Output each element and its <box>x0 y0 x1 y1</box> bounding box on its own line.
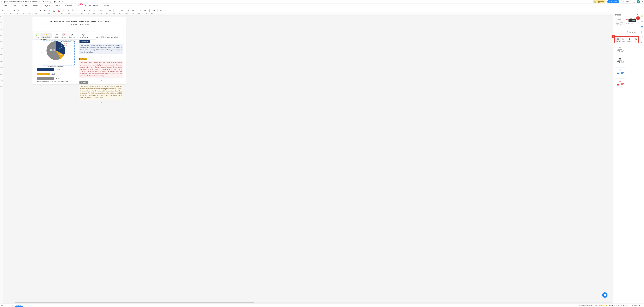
align-objects-icon[interactable]: ≣ <box>126 8 130 12</box>
line-style-icon[interactable]: ― <box>104 8 107 12</box>
theme-card[interactable] <box>615 78 625 87</box>
canvas-page[interactable]: GLOBAL BOX OFFICE RECORDS BEST MONTH IN … <box>32 17 126 84</box>
pie-chart[interactable]: Global Total GBO LOSS Total 41bn$ 32.7% … <box>37 36 75 62</box>
horizontal-scrollbar[interactable] <box>15 302 612 303</box>
share-button[interactable]: ∝ Share <box>621 0 631 3</box>
menu-select[interactable]: Select <box>22 5 27 7</box>
avatar-dropdown-icon[interactable]: ▾ <box>642 0 643 3</box>
menu-layout[interactable]: Layout <box>44 5 50 7</box>
back-icon[interactable]: ‹ <box>1 0 2 3</box>
font-family-dropdown[interactable]: ▾ <box>24 9 36 12</box>
page-selector[interactable]: Page-1 ▾ <box>4 304 11 306</box>
menu-plugin[interactable]: Plugin <box>104 5 109 7</box>
manage-data-button[interactable]: 📝Manage Data <box>40 33 52 38</box>
connector-icon[interactable]: ↴ <box>92 8 96 12</box>
shape-shadow-icon[interactable]: ▥ <box>120 8 124 12</box>
zoom-in-icon[interactable]: + <box>639 305 640 306</box>
menu-search-feature[interactable]: Search Feature <box>85 5 98 7</box>
layers-icon[interactable]: ▥ <box>640 19 644 23</box>
selection-handle[interactable] <box>101 102 102 103</box>
chart-data-tag-button[interactable]: ◔Data tag <box>68 33 76 38</box>
zoom-out-icon[interactable]: − <box>632 305 632 306</box>
upgrade-button[interactable]: 🛒 Upgrade <box>592 0 606 3</box>
tab-color[interactable]: ▤Color <box>620 37 626 42</box>
notes-icon[interactable]: 📄 <box>640 35 644 38</box>
chart-more-button[interactable]: ⋯ <box>90 33 94 38</box>
close-panel-icon[interactable]: ✕ <box>636 14 638 16</box>
distribute-icon[interactable]: ▦ <box>131 8 135 12</box>
fill-icon[interactable]: ◈ <box>82 8 86 12</box>
chart-type-button[interactable]: 📊Type <box>34 33 40 38</box>
shape-outline-icon[interactable]: ▢ <box>115 8 119 12</box>
menu-symbol[interactable]: Symbol <box>65 5 72 7</box>
avatar[interactable]: c <box>637 0 640 3</box>
arrow-style-icon[interactable]: ⇄ <box>108 8 112 12</box>
theme-grid-icon[interactable]: ▦ <box>640 25 644 28</box>
line-color-icon[interactable]: ✎ <box>87 8 91 12</box>
format-painter-icon[interactable]: 🖌 <box>17 8 20 12</box>
section-global[interactable]: Global The second highest contributor to… <box>79 81 123 103</box>
text-tool-icon[interactable]: T <box>78 8 82 12</box>
undo-icon[interactable]: ↶ <box>8 8 11 12</box>
font-color-icon[interactable]: A <box>57 8 61 12</box>
play-icon[interactable]: ▷ <box>620 304 622 306</box>
scrollbar-thumb[interactable] <box>15 302 254 303</box>
publish-button[interactable]: ✈ Publish <box>607 0 619 3</box>
layout-toggle-icon[interactable]: ▤ <box>1 304 3 306</box>
crop-icon[interactable]: ▤ <box>143 8 147 12</box>
italic-icon[interactable]: I <box>48 8 52 12</box>
current-theme-thumbnail[interactable]: texttexttexttext <box>615 18 625 26</box>
resize-handle[interactable] <box>41 40 42 41</box>
save-theme-label[interactable]: Save Th... <box>630 31 637 33</box>
menu-ai[interactable]: AIhot <box>78 5 79 7</box>
theme-list[interactable] <box>614 44 640 304</box>
line-weight-icon[interactable]: ─ <box>99 8 103 12</box>
menu-view[interactable]: View <box>56 5 60 7</box>
fullscreen-icon[interactable]: ⛶ <box>641 305 643 306</box>
effects-icon[interactable]: ✦ <box>138 8 142 12</box>
menu-insert[interactable]: Insert <box>33 5 38 7</box>
section-domestic[interactable]: Domestic The Domestic market continued t… <box>79 40 123 54</box>
save-icon[interactable]: 💾 <box>54 0 56 3</box>
focus-label[interactable]: Focus <box>623 305 627 306</box>
star-icon[interactable]: ☆ <box>62 0 64 3</box>
add-page-icon[interactable]: + <box>12 304 14 307</box>
resize-handle[interactable] <box>41 52 42 53</box>
image-icon[interactable]: 🖼 <box>159 8 163 12</box>
bold-icon[interactable]: B <box>43 8 47 12</box>
history-icon[interactable]: ↺ <box>640 41 644 44</box>
line-spacing-icon[interactable]: ⇅ <box>71 8 75 12</box>
help-icon[interactable]: ⓘ <box>633 0 635 3</box>
canvas-area[interactable]: -80-60-40-200204060801001201401601802002… <box>3 13 613 304</box>
chart-legend-button[interactable]: 📈Legend <box>60 33 68 38</box>
tab-connector[interactable]: ↴Conne... <box>626 37 632 42</box>
theme-card[interactable] <box>615 67 625 76</box>
chart-style-button[interactable]: ✏Style <box>54 33 60 38</box>
lock-icon[interactable]: 🔒 <box>148 8 151 12</box>
expand-link[interactable]: Expand <box>599 305 604 306</box>
theme-card[interactable] <box>615 45 625 54</box>
theme-card[interactable] <box>615 56 625 65</box>
selection-handle[interactable] <box>101 56 102 57</box>
tab-theme[interactable]: ▦Theme <box>615 37 620 42</box>
expand-toolbar-icon[interactable]: » <box>1 9 4 12</box>
selection-handle[interactable] <box>101 80 102 81</box>
chart-data-format-button[interactable]: </>Data Format <box>78 33 89 38</box>
open-external-icon[interactable]: ↗ <box>58 0 60 3</box>
layers-stack-icon[interactable]: ☷ <box>629 304 630 306</box>
text-style-icon[interactable]: T <box>62 8 66 12</box>
page-tab[interactable]: Page-1 <box>15 304 23 307</box>
presentation-icon[interactable]: ▯ <box>640 30 644 33</box>
zoom-level[interactable]: 77% <box>634 305 638 306</box>
font-size-dropdown[interactable]: ▾ <box>36 9 42 12</box>
align-icon[interactable]: ≡ <box>66 8 70 12</box>
resize-handle[interactable] <box>74 52 75 53</box>
menu-edit[interactable]: Edit <box>13 5 16 7</box>
resize-handle[interactable] <box>57 40 58 41</box>
tab-text[interactable]: AaText <box>632 37 638 42</box>
redo-icon[interactable]: ↷ <box>12 8 16 12</box>
bar-chart[interactable]: Global % GBO Cume 17bn$ 2bn$ 37bn$ <box>37 65 75 81</box>
underline-icon[interactable]: U <box>52 8 56 12</box>
ungroup-icon[interactable]: ✖ <box>152 8 156 12</box>
chat-fab-icon[interactable]: 💬 <box>602 293 608 298</box>
